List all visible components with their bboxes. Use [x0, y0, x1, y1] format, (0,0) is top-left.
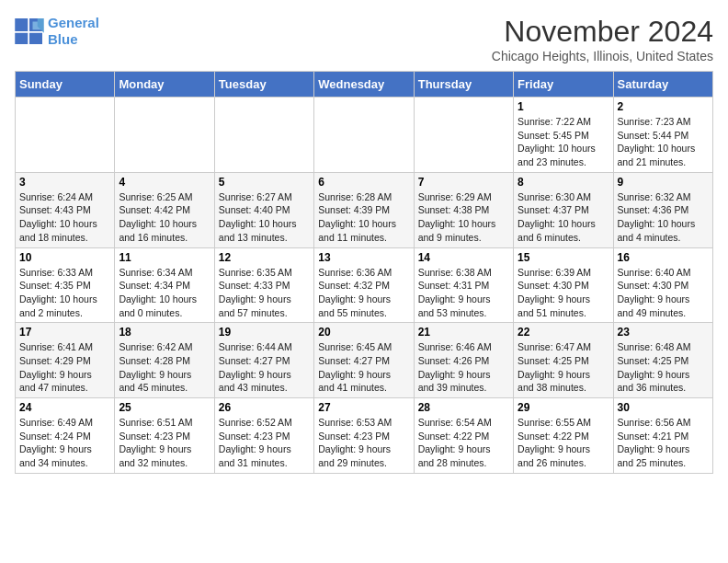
calendar-day-cell: 11Sunrise: 6:34 AM Sunset: 4:34 PM Dayli… [115, 247, 214, 323]
day-info: Sunrise: 6:55 AM Sunset: 4:22 PM Dayligh… [518, 416, 609, 470]
day-info: Sunrise: 6:40 AM Sunset: 4:30 PM Dayligh… [618, 266, 709, 320]
location: Chicago Heights, Illinois, United States [492, 49, 713, 63]
calendar-day-cell [314, 98, 414, 173]
calendar-day-cell: 7Sunrise: 6:29 AM Sunset: 4:38 PM Daylig… [414, 172, 513, 247]
calendar-day-cell: 3Sunrise: 6:24 AM Sunset: 4:43 PM Daylig… [16, 172, 115, 247]
day-number: 4 [119, 176, 210, 189]
day-number: 18 [119, 326, 210, 339]
calendar-day-cell [414, 98, 513, 173]
calendar-week-row: 3Sunrise: 6:24 AM Sunset: 4:43 PM Daylig… [16, 172, 713, 247]
calendar-day-cell: 2Sunrise: 7:23 AM Sunset: 5:44 PM Daylig… [613, 98, 712, 173]
calendar-day-cell: 14Sunrise: 6:38 AM Sunset: 4:31 PM Dayli… [414, 247, 513, 323]
calendar-day-cell: 13Sunrise: 6:36 AM Sunset: 4:32 PM Dayli… [314, 247, 414, 323]
logo-icon [15, 18, 44, 44]
day-number: 3 [19, 176, 110, 189]
logo: General Blue [15, 15, 99, 48]
day-info: Sunrise: 6:53 AM Sunset: 4:23 PM Dayligh… [318, 416, 409, 470]
calendar-day-cell: 27Sunrise: 6:53 AM Sunset: 4:23 PM Dayli… [314, 398, 414, 474]
day-info: Sunrise: 6:54 AM Sunset: 4:22 PM Dayligh… [418, 416, 509, 470]
calendar-day-cell: 17Sunrise: 6:41 AM Sunset: 4:29 PM Dayli… [16, 323, 115, 398]
calendar-day-cell: 20Sunrise: 6:45 AM Sunset: 4:27 PM Dayli… [314, 323, 414, 398]
day-number: 17 [19, 326, 110, 339]
calendar-day-cell: 15Sunrise: 6:39 AM Sunset: 4:30 PM Dayli… [514, 247, 613, 323]
day-number: 26 [219, 401, 310, 414]
calendar-day-cell: 8Sunrise: 6:30 AM Sunset: 4:37 PM Daylig… [514, 172, 613, 247]
day-info: Sunrise: 6:48 AM Sunset: 4:25 PM Dayligh… [618, 340, 709, 395]
day-number: 19 [219, 326, 310, 339]
svg-rect-2 [15, 33, 28, 44]
day-number: 8 [518, 176, 609, 189]
calendar-day-cell: 18Sunrise: 6:42 AM Sunset: 4:28 PM Dayli… [115, 323, 214, 398]
weekday-header-cell: Tuesday [214, 72, 313, 98]
calendar-day-cell: 19Sunrise: 6:44 AM Sunset: 4:27 PM Dayli… [214, 323, 313, 398]
day-number: 21 [418, 326, 509, 339]
weekday-header-cell: Saturday [613, 72, 712, 98]
day-number: 20 [318, 326, 409, 339]
day-number: 22 [518, 326, 609, 339]
day-info: Sunrise: 6:29 AM Sunset: 4:38 PM Dayligh… [418, 190, 509, 245]
calendar-body: 1Sunrise: 7:22 AM Sunset: 5:45 PM Daylig… [16, 98, 713, 474]
day-number: 5 [219, 176, 310, 189]
svg-rect-3 [29, 33, 42, 44]
calendar-day-cell: 16Sunrise: 6:40 AM Sunset: 4:30 PM Dayli… [613, 247, 712, 323]
title-area: November 2024 Chicago Heights, Illinois,… [492, 15, 713, 63]
calendar-day-cell: 4Sunrise: 6:25 AM Sunset: 4:42 PM Daylig… [115, 172, 214, 247]
calendar-day-cell: 24Sunrise: 6:49 AM Sunset: 4:24 PM Dayli… [16, 398, 115, 474]
calendar-day-cell [214, 98, 313, 173]
day-info: Sunrise: 6:36 AM Sunset: 4:32 PM Dayligh… [318, 266, 409, 320]
header: General Blue November 2024 Chicago Heigh… [15, 15, 713, 63]
calendar-day-cell: 10Sunrise: 6:33 AM Sunset: 4:35 PM Dayli… [16, 247, 115, 323]
day-info: Sunrise: 6:28 AM Sunset: 4:39 PM Dayligh… [318, 190, 409, 245]
calendar-day-cell: 1Sunrise: 7:22 AM Sunset: 5:45 PM Daylig… [514, 98, 613, 173]
day-info: Sunrise: 6:30 AM Sunset: 4:37 PM Dayligh… [518, 190, 609, 245]
day-info: Sunrise: 6:44 AM Sunset: 4:27 PM Dayligh… [219, 340, 310, 395]
day-number: 16 [618, 251, 709, 264]
day-number: 2 [618, 100, 709, 113]
month-title: November 2024 [492, 15, 713, 49]
day-number: 15 [518, 251, 609, 264]
day-number: 7 [418, 176, 509, 189]
day-number: 11 [119, 251, 210, 264]
calendar-day-cell: 9Sunrise: 6:32 AM Sunset: 4:36 PM Daylig… [613, 172, 712, 247]
day-info: Sunrise: 6:25 AM Sunset: 4:42 PM Dayligh… [119, 190, 210, 245]
day-number: 25 [119, 401, 210, 414]
day-info: Sunrise: 6:56 AM Sunset: 4:21 PM Dayligh… [618, 416, 709, 470]
day-number: 12 [219, 251, 310, 264]
calendar-day-cell: 29Sunrise: 6:55 AM Sunset: 4:22 PM Dayli… [514, 398, 613, 474]
logo-text: General Blue [48, 15, 99, 48]
calendar-day-cell: 23Sunrise: 6:48 AM Sunset: 4:25 PM Dayli… [613, 323, 712, 398]
weekday-header-cell: Wednesday [314, 72, 414, 98]
calendar-day-cell: 26Sunrise: 6:52 AM Sunset: 4:23 PM Dayli… [214, 398, 313, 474]
weekday-header-cell: Sunday [16, 72, 115, 98]
day-number: 30 [618, 401, 709, 414]
day-info: Sunrise: 6:45 AM Sunset: 4:27 PM Dayligh… [318, 340, 409, 395]
day-number: 27 [318, 401, 409, 414]
calendar-day-cell: 5Sunrise: 6:27 AM Sunset: 4:40 PM Daylig… [214, 172, 313, 247]
weekday-header-cell: Monday [115, 72, 214, 98]
day-info: Sunrise: 6:33 AM Sunset: 4:35 PM Dayligh… [19, 266, 110, 320]
calendar-table: SundayMondayTuesdayWednesdayThursdayFrid… [15, 71, 713, 474]
calendar-day-cell [115, 98, 214, 173]
day-info: Sunrise: 6:38 AM Sunset: 4:31 PM Dayligh… [418, 266, 509, 320]
weekday-header-cell: Friday [514, 72, 613, 98]
calendar-week-row: 24Sunrise: 6:49 AM Sunset: 4:24 PM Dayli… [16, 398, 713, 474]
day-info: Sunrise: 6:51 AM Sunset: 4:23 PM Dayligh… [119, 416, 210, 470]
day-info: Sunrise: 7:22 AM Sunset: 5:45 PM Dayligh… [518, 115, 609, 169]
calendar-day-cell: 12Sunrise: 6:35 AM Sunset: 4:33 PM Dayli… [214, 247, 313, 323]
calendar-day-cell: 22Sunrise: 6:47 AM Sunset: 4:25 PM Dayli… [514, 323, 613, 398]
day-number: 23 [618, 326, 709, 339]
day-info: Sunrise: 6:47 AM Sunset: 4:25 PM Dayligh… [518, 340, 609, 395]
weekday-header-row: SundayMondayTuesdayWednesdayThursdayFrid… [16, 72, 713, 98]
day-number: 10 [19, 251, 110, 264]
svg-rect-0 [15, 18, 28, 31]
day-info: Sunrise: 6:52 AM Sunset: 4:23 PM Dayligh… [219, 416, 310, 470]
day-number: 14 [418, 251, 509, 264]
day-number: 13 [318, 251, 409, 264]
day-number: 6 [318, 176, 409, 189]
calendar-day-cell: 30Sunrise: 6:56 AM Sunset: 4:21 PM Dayli… [613, 398, 712, 474]
day-info: Sunrise: 6:41 AM Sunset: 4:29 PM Dayligh… [19, 340, 110, 395]
calendar-day-cell: 21Sunrise: 6:46 AM Sunset: 4:26 PM Dayli… [414, 323, 513, 398]
day-number: 24 [19, 401, 110, 414]
calendar-week-row: 10Sunrise: 6:33 AM Sunset: 4:35 PM Dayli… [16, 247, 713, 323]
calendar-day-cell: 28Sunrise: 6:54 AM Sunset: 4:22 PM Dayli… [414, 398, 513, 474]
